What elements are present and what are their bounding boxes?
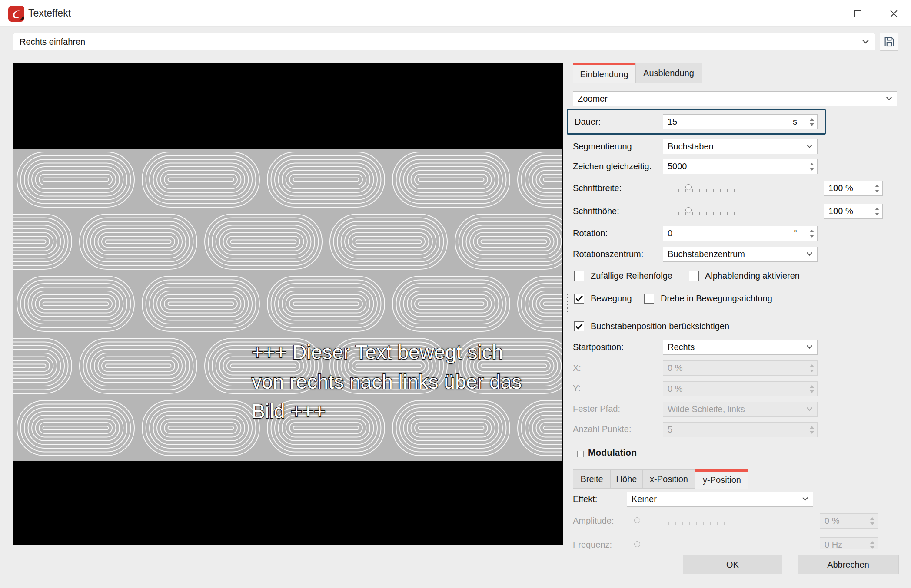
checkbox-drehe-bewegungsrichtung[interactable]: [644, 294, 654, 304]
slider-track: [634, 544, 808, 544]
slider-track[interactable]: [672, 187, 811, 187]
effekt-select[interactable]: Keiner: [627, 492, 813, 507]
checkbox-alphablending[interactable]: [689, 271, 699, 281]
x-value: 0 %: [668, 363, 682, 373]
maximize-button[interactable]: [844, 0, 871, 27]
slider-thumb: [634, 541, 640, 547]
maximize-icon: [854, 10, 861, 17]
spin-up-icon[interactable]: [875, 185, 879, 187]
fester-pfad-value: Wilde Schleife, links: [668, 404, 745, 414]
ok-button[interactable]: OK: [683, 555, 782, 574]
spin-up-icon[interactable]: [810, 163, 814, 165]
fester-pfad-select: Wilde Schleife, links: [663, 402, 818, 417]
schriftbreite-spinner[interactable]: [874, 185, 880, 192]
spin-up-icon[interactable]: [875, 208, 879, 210]
tab-ausblendung[interactable]: Ausblendung: [635, 63, 702, 83]
spin-down-icon: [810, 431, 814, 434]
schriftbreite-value: 100 %: [828, 183, 853, 193]
frequenz-value: 0 Hz: [825, 540, 842, 550]
amplitude-spinner: [869, 517, 875, 525]
rotationszentrum-label: Rotationszentrum:: [573, 248, 643, 260]
slider-thumb[interactable]: [685, 207, 692, 213]
cancel-button[interactable]: Abbrechen: [798, 555, 899, 574]
spin-down-icon[interactable]: [810, 123, 814, 126]
checkbox-zufaellige-reihenfolge[interactable]: [574, 271, 584, 281]
bewegung-label: Bewegung: [591, 293, 632, 304]
spin-up-icon: [810, 426, 814, 429]
preset-select[interactable]: Rechts einfahren: [13, 33, 875, 50]
schriftbreite-slider[interactable]: [672, 185, 811, 192]
spin-up-icon[interactable]: [810, 118, 814, 121]
mod-tab-hoehe[interactable]: Höhe: [611, 469, 642, 489]
startposition-value: Rechts: [668, 342, 695, 352]
spin-up-icon: [810, 385, 814, 388]
preset-value: Rechts einfahren: [20, 37, 85, 47]
overlay-line-3: Bild +++: [252, 396, 522, 426]
texteffekt-dialog: Texteffekt Rechts einfahren: [0, 0, 911, 588]
dauer-label: Dauer:: [575, 116, 601, 127]
spin-down-icon[interactable]: [875, 190, 879, 192]
spin-up-icon[interactable]: [810, 230, 814, 232]
chevron-down-icon: [807, 405, 812, 411]
slider-thumb[interactable]: [685, 184, 692, 190]
dauer-unit: s: [793, 117, 797, 127]
schrifthoehe-spinner[interactable]: [874, 208, 880, 215]
alphablending-label: Alphablending aktivieren: [705, 270, 800, 281]
save-icon: [883, 35, 896, 48]
chevron-down-icon: [807, 142, 812, 148]
spin-down-icon: [810, 370, 814, 372]
schrifthoehe-value: 100 %: [828, 206, 853, 216]
dauer-spinner[interactable]: [809, 118, 815, 126]
mod-tab-breite[interactable]: Breite: [573, 469, 611, 489]
zeichen-spinner[interactable]: [809, 163, 815, 171]
collapse-icon[interactable]: [577, 451, 584, 457]
anzahl-punkte-value: 5: [668, 425, 672, 435]
slider-ticks: [634, 522, 808, 525]
modulation-divider: [647, 454, 897, 454]
segmentierung-value: Buchstaben: [668, 142, 714, 152]
mod-tab-y-position[interactable]: y-Position: [695, 469, 748, 489]
overlay-line-1: +++ Dieser Text bewegt sich: [252, 337, 522, 367]
schrifthoehe-input[interactable]: 100 %: [824, 204, 883, 219]
chevron-down-icon: [802, 495, 808, 501]
spin-down-icon[interactable]: [810, 168, 814, 171]
close-button[interactable]: [880, 0, 907, 27]
spin-down-icon[interactable]: [810, 235, 814, 238]
save-button[interactable]: [880, 33, 898, 51]
rotation-input[interactable]: 0 °: [663, 226, 818, 241]
spin-down-icon[interactable]: [875, 213, 879, 215]
zeichen-input[interactable]: 5000: [663, 159, 818, 174]
splitter-handle[interactable]: [565, 291, 569, 315]
rotation-label: Rotation:: [573, 228, 608, 239]
frequenz-spinner: [869, 541, 875, 549]
schrifthoehe-slider[interactable]: [672, 208, 811, 215]
checkbox-bewegung[interactable]: [574, 294, 584, 304]
tab-einblendung[interactable]: Einblendung: [573, 63, 635, 83]
schriftbreite-input[interactable]: 100 %: [824, 181, 883, 196]
rotation-value: 0: [668, 228, 672, 238]
dauer-input[interactable]: 15 s: [663, 114, 818, 129]
spin-up-icon: [810, 364, 814, 367]
preview-canvas: +++ Dieser Text bewegt sich von rechts n…: [13, 63, 563, 545]
zeichen-label: Zeichen gleichzeitig:: [573, 161, 652, 172]
effect-select[interactable]: Zoomer: [573, 91, 897, 106]
anzahl-punkte-label: Anzahl Punkte:: [573, 423, 632, 435]
startposition-label: Startposition:: [573, 341, 624, 353]
slider-track: [634, 520, 808, 520]
segmentierung-select[interactable]: Buchstaben: [663, 139, 818, 154]
chevron-down-icon: [886, 95, 892, 100]
fester-pfad-label: Fester Pfad:: [573, 403, 620, 414]
rotationszentrum-select[interactable]: Buchstabenzentrum: [663, 247, 818, 262]
amplitude-slider: [634, 518, 808, 525]
segmentierung-label: Segmentierung:: [573, 141, 634, 152]
startposition-select[interactable]: Rechts: [663, 340, 818, 355]
rotation-spinner[interactable]: [809, 230, 815, 238]
mod-tab-x-position[interactable]: x-Position: [642, 469, 695, 489]
spin-down-icon: [810, 390, 814, 393]
checkbox-buchstabenposition[interactable]: [574, 321, 584, 331]
zufaellige-label: Zufällige Reihenfolge: [591, 270, 672, 281]
chevron-down-icon: [862, 37, 869, 44]
slider-track[interactable]: [672, 210, 811, 210]
y-label: Y:: [573, 383, 581, 394]
anzahl-punkte-spinner: [809, 426, 815, 434]
